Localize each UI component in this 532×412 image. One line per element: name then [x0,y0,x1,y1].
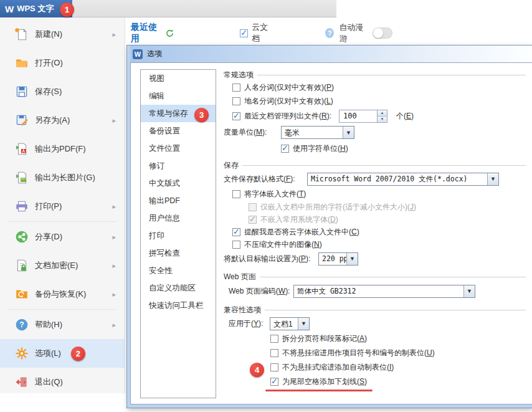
menu-item-backup-restore[interactable]: 备份与恢复(K) ▸ [0,280,125,309]
checkbox-label: 不压缩文件中的图像(N) [244,239,322,250]
menu-item-print[interactable]: 打印(P) ▸ [0,192,125,221]
checkbox-no-compress-images[interactable]: 不压缩文件中的图像(N) [224,238,528,251]
checkbox[interactable] [232,241,240,249]
options-nav-list: 视图 编辑 常规与保存 备份设置 文件位置 修订 中文版式 输出PDF 用户信息… [140,69,216,398]
checkbox-person-name-segmentation[interactable]: 人名分词(仅对中文有效)(P) [224,80,528,94]
export-pdf-icon [15,142,29,156]
nav-item-spell-check[interactable]: 拼写检查 [141,244,216,262]
dropdown-arrow-icon[interactable]: ▼ [487,173,498,185]
checkbox-label: 不嵌入常用系统字体(D) [260,214,338,225]
menu-item-new[interactable]: 新建(N) ▸ [0,20,125,49]
checkbox-no-hanging-indent-tab[interactable]: 不将悬挂缩进用作项目符号和编号的制表位(U) [224,346,528,360]
menu-item-exit[interactable]: 退出(Q) ▸ [0,368,125,396]
nav-item-chinese-layout[interactable]: 中文版式 [141,175,216,192]
auto-roam-toggle[interactable] [373,27,392,39]
nav-item-security[interactable]: 安全性 [141,262,216,279]
menu-item-encrypt[interactable]: 文档加密(E) ▸ [0,251,125,280]
checkbox[interactable] [232,97,240,105]
checkbox-recent-docs-count[interactable]: 最近文档管理列出文件(R): 100 ▲▼ 个(E) [224,108,528,124]
nav-item-edit[interactable]: 编辑 [141,87,216,105]
nav-item-quick-access-toolbar[interactable]: 快速访问工具栏 [141,297,216,314]
submenu-arrow-icon: ▸ [112,262,116,270]
web-encoding-label: Web 页面编码(W): [229,286,293,297]
menu-item-options[interactable]: 选项(L) 2 [0,339,125,368]
menu-item-save[interactable]: 保存(S) ▸ [0,77,125,106]
submenu-arrow-icon: ▸ [112,31,116,39]
dropdown-arrow-icon[interactable]: ▼ [298,318,309,330]
checkbox[interactable] [249,203,257,211]
options-content-panel: 常规选项 人名分词(仅对中文有效)(P) 地名分词(仅对中文有效)(L) 最近文… [224,68,528,391]
checkbox-embed-used-chars-only[interactable]: 仅嵌入文档中所用的字符(适于减小文件大小)(J) [224,201,528,213]
checkbox-use-char-unit[interactable]: 使用字符单位(H) [224,141,528,156]
web-encoding-dropdown[interactable]: 简体中文 GB2312 ▼ [293,285,475,298]
menu-item-label: 退出(Q) [35,376,63,388]
checkbox[interactable] [232,228,240,236]
dropdown-arrow-icon[interactable]: ▼ [343,127,354,138]
nav-item-output-pdf[interactable]: 输出PDF [141,192,216,209]
measure-unit-dropdown[interactable]: 毫米 ▼ [281,126,354,139]
menu-item-label: 选项(L) [35,348,61,359]
checkbox-label: 提醒我是否将云字体嵌入文件中(C) [244,227,359,237]
menu-item-open[interactable]: 打开(O) ▸ [0,49,125,77]
nav-item-file-locations[interactable]: 文件位置 [141,140,216,157]
nav-item-view[interactable]: 视图 [141,70,216,87]
auto-roam-label: 自动漫游 [339,22,368,44]
checkbox-label: 最近文档管理列出文件(R): [244,111,331,122]
spinner-value[interactable]: 100 [340,110,377,122]
checkbox[interactable] [232,112,240,120]
checkbox[interactable] [270,378,278,386]
exit-icon [15,375,29,389]
checkbox[interactable] [232,84,240,92]
nav-item-custom-ribbon[interactable]: 自定义功能区 [141,279,216,297]
menu-separator [7,221,117,222]
target-output-label: 将默认目标输出设置为(P): [224,254,318,264]
checkbox-no-auto-tab-hanging-indent[interactable]: 不为悬挂式缩进添加自动制表位(I) [224,360,528,375]
apply-to-row: 应用于(Y): 文档1 ▼ [224,315,528,332]
apply-to-dropdown[interactable]: 文档1 ▼ [270,317,310,330]
recent-docs-count-spinner[interactable]: 100 ▲▼ [339,110,387,123]
encrypt-icon [15,259,29,272]
spin-down-icon[interactable]: ▼ [378,117,387,122]
checkbox[interactable] [270,335,278,343]
cloud-docs-checkbox[interactable] [240,29,248,37]
menu-item-share[interactable]: 分享(D) ▸ [0,223,125,251]
checkbox[interactable] [270,363,278,371]
save-format-dropdown[interactable]: Microsoft Word 2007/2010 文件(*.docx) ▼ [307,173,499,186]
recent-used-link[interactable]: 最近使用 [131,22,161,44]
checkbox[interactable] [232,190,240,198]
checkbox-underline-trailing-spaces[interactable]: 为尾部空格添加下划线(S) [224,375,528,389]
cloud-docs-option[interactable]: 云文档 [240,22,272,44]
target-output-dropdown[interactable]: 220 ppi ▼ [318,252,358,266]
nav-item-print[interactable]: 打印 [141,227,216,244]
dropdown-arrow-icon[interactable]: ▼ [463,285,475,297]
menu-separator [7,309,117,310]
checkbox[interactable] [270,349,278,357]
recent-toolbar: 最近使用 云文档 ? 自动漫游 [131,25,392,41]
checkbox-no-common-system-fonts[interactable]: 不嵌入常用系统字体(D) [224,213,528,226]
checkbox-label: 为尾部空格添加下划线(S) [282,376,367,387]
section-rule [242,165,526,166]
submenu-arrow-icon: ▸ [112,321,116,329]
auto-roam-help-icon[interactable]: ? [325,28,334,38]
checkbox-split-page-break-marks[interactable]: 拆分分页符和段落标记(A) [224,332,528,346]
dialog-titlebar[interactable]: W 选项 [130,46,532,62]
printer-icon [15,199,29,213]
spinner-buttons[interactable]: ▲▼ [377,110,387,122]
menu-item-save-as[interactable]: 另存为(A) ▸ [0,106,125,135]
nav-item-revision[interactable]: 修订 [141,157,216,175]
checkbox-label: 不为悬挂式缩进添加自动制表位(I) [282,362,394,373]
nav-item-backup-settings[interactable]: 备份设置 [141,122,216,140]
checkbox-embed-font[interactable]: 将字体嵌入文件(T) [224,187,528,201]
menu-item-export-long-image[interactable]: 输出为长图片(G) ▸ [0,163,125,192]
dropdown-arrow-icon[interactable]: ▼ [346,253,358,265]
refresh-icon[interactable] [165,28,174,39]
nav-item-user-info[interactable]: 用户信息 [141,209,216,227]
checkbox-place-name-segmentation[interactable]: 地名分词(仅对中文有效)(L) [224,94,528,108]
menu-item-export-pdf[interactable]: 输出为PDF(F) ▸ [0,135,125,163]
menu-item-help[interactable]: ? 帮助(H) ▸ [0,310,125,339]
checkbox-remind-cloud-font[interactable]: 提醒我是否将云字体嵌入文件中(C) [224,226,528,238]
checkbox[interactable] [281,145,289,153]
new-document-icon [15,27,29,41]
checkbox[interactable] [249,216,257,224]
spin-up-icon[interactable]: ▲ [378,110,387,117]
